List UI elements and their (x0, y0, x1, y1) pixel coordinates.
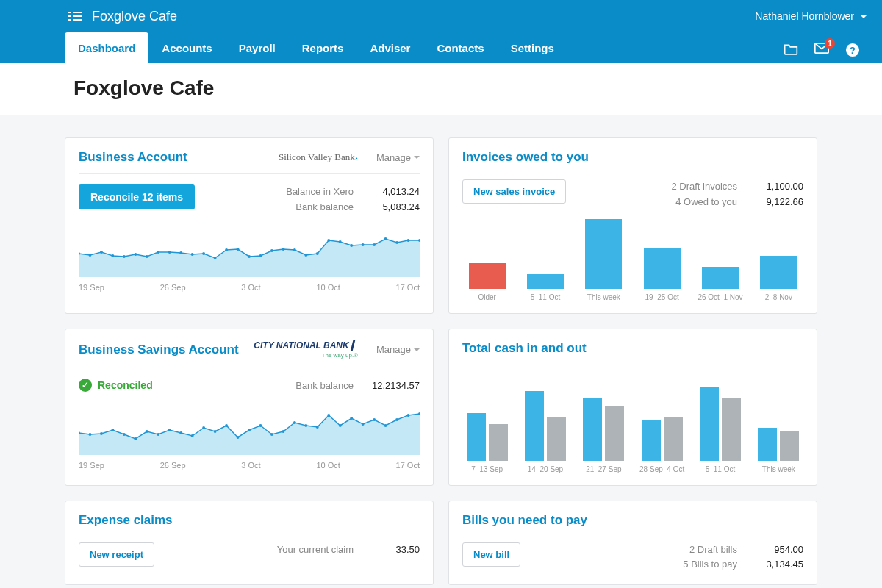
x-label: 10 Oct (316, 461, 340, 470)
bar-out[interactable] (489, 424, 508, 461)
card-title[interactable]: Invoices owed to you (462, 150, 589, 165)
bar-label: 26 Oct–1 Nov (698, 293, 742, 301)
bar-older[interactable] (469, 263, 506, 289)
tab-payroll[interactable]: Payroll (226, 32, 289, 63)
card-title[interactable]: Expense claims (79, 513, 173, 528)
bar-in[interactable] (642, 420, 661, 461)
bank-balance-label: Bank balance (295, 200, 354, 215)
x-label: 17 Oct (396, 283, 420, 292)
svg-point-44 (191, 434, 194, 437)
x-label: 19 Sep (79, 283, 104, 292)
svg-point-36 (100, 432, 103, 435)
svg-point-35 (89, 433, 92, 436)
navbar: Dashboard Accounts Payroll Reports Advis… (0, 32, 882, 63)
savings-sparkline: 19 Sep 26 Sep 3 Oct 10 Oct 17 Oct (79, 404, 420, 470)
bar-in[interactable] (467, 413, 486, 461)
svg-point-39 (134, 437, 137, 440)
card-title[interactable]: Bills you need to pay (462, 513, 587, 528)
balance-xero-value: 4,013.24 (368, 184, 420, 200)
svg-point-22 (293, 248, 296, 251)
svg-point-19 (259, 254, 262, 257)
x-label: 3 Oct (241, 461, 260, 470)
svg-point-46 (214, 430, 217, 433)
expense-stats: Your current claim33.50 (277, 542, 420, 558)
nav-tabs: Dashboard Accounts Payroll Reports Advis… (65, 32, 567, 63)
new-receipt-button[interactable]: New receipt (79, 542, 154, 567)
manage-dropdown[interactable]: Manage (367, 152, 420, 163)
bar-in[interactable] (525, 391, 544, 461)
svg-point-4 (89, 254, 92, 257)
svg-point-5 (100, 251, 103, 254)
tab-contacts[interactable]: Contacts (423, 32, 497, 63)
bar[interactable] (644, 248, 681, 289)
bar-out[interactable] (605, 406, 624, 461)
bar-out[interactable] (780, 431, 799, 461)
reconcile-button[interactable]: Reconcile 12 items (79, 184, 195, 209)
bar-in[interactable] (700, 387, 719, 461)
draft-invoices-label: 2 Draft invoices (671, 179, 737, 195)
bar-out[interactable] (547, 417, 566, 461)
org-name[interactable]: Foxglove Cafe (92, 9, 177, 24)
x-label: 19 Sep (79, 461, 104, 470)
draft-bills-label: 2 Draft bills (689, 542, 737, 558)
help-icon[interactable]: ? (845, 43, 860, 56)
bar-in[interactable] (758, 428, 777, 461)
svg-point-62 (395, 418, 398, 421)
card-title[interactable]: Business Account (79, 150, 187, 165)
tab-accounts[interactable]: Accounts (148, 32, 225, 63)
svg-point-12 (179, 251, 182, 254)
tab-reports[interactable]: Reports (289, 32, 357, 63)
card-business-account: Business Account Silicon Valley Bank› Ma… (65, 137, 434, 314)
svg-point-63 (407, 414, 410, 417)
svg-point-51 (270, 433, 273, 436)
caret-down-icon (860, 15, 867, 18)
svg-point-13 (191, 253, 194, 256)
balance-xero-label: Balance in Xero (286, 184, 354, 200)
svg-point-21 (282, 248, 284, 251)
svg-point-8 (134, 253, 137, 256)
tab-adviser[interactable]: Adviser (356, 32, 423, 63)
bar-out[interactable] (722, 398, 741, 461)
tab-settings[interactable]: Settings (498, 32, 567, 63)
new-bill-button[interactable]: New bill (462, 542, 520, 567)
bar-label: 28 Sep–4 Oct (639, 465, 684, 473)
svg-point-29 (373, 243, 376, 246)
bar-label: Older (478, 293, 495, 301)
bar-out[interactable] (664, 417, 683, 461)
card-bills: Bills you need to pay New bill 2 Draft b… (448, 501, 817, 586)
bank-logo-svb: Silicon Valley Bank› (279, 151, 358, 163)
org-menu-icon[interactable] (68, 12, 82, 21)
manage-dropdown[interactable]: Manage (367, 344, 420, 355)
account-stats: Balance in Xero4,013.24 Bank balance5,08… (286, 184, 420, 215)
card-title[interactable]: Business Savings Account (79, 343, 239, 357)
new-sales-invoice-button[interactable]: New sales invoice (462, 179, 566, 204)
files-icon[interactable] (784, 43, 798, 56)
bar-label: 5–11 Oct (706, 465, 736, 473)
dashboard-grid: Business Account Silicon Valley Bank› Ma… (0, 115, 882, 588)
svg-point-37 (111, 429, 114, 431)
svg-point-26 (339, 240, 342, 243)
svg-point-28 (362, 243, 365, 246)
svg-point-32 (407, 239, 410, 242)
bar[interactable] (760, 256, 797, 289)
svg-point-61 (384, 424, 387, 427)
tab-dashboard[interactable]: Dashboard (65, 32, 148, 63)
svg-point-52 (282, 430, 284, 433)
draft-invoices-value: 1,100.00 (752, 179, 803, 195)
svg-point-49 (248, 429, 251, 431)
svg-point-55 (316, 426, 319, 429)
notifications-icon[interactable]: 1 (814, 43, 829, 56)
page-title: Foxglove Cafe (74, 76, 882, 100)
bar-label: This week (587, 293, 620, 301)
x-label: 26 Sep (160, 461, 186, 470)
bar[interactable] (527, 274, 564, 289)
user-dropdown[interactable]: Nathaniel Hornblower (755, 10, 867, 22)
bar[interactable] (585, 219, 622, 289)
svg-point-38 (123, 433, 126, 436)
card-title[interactable]: Total cash in and out (462, 341, 587, 356)
caret-down-icon (414, 348, 420, 351)
bar-in[interactable] (583, 398, 602, 461)
bar-label: 14–20 Sep (528, 465, 563, 473)
bar[interactable] (702, 267, 739, 289)
nav-icons: 1 ? (784, 43, 867, 63)
